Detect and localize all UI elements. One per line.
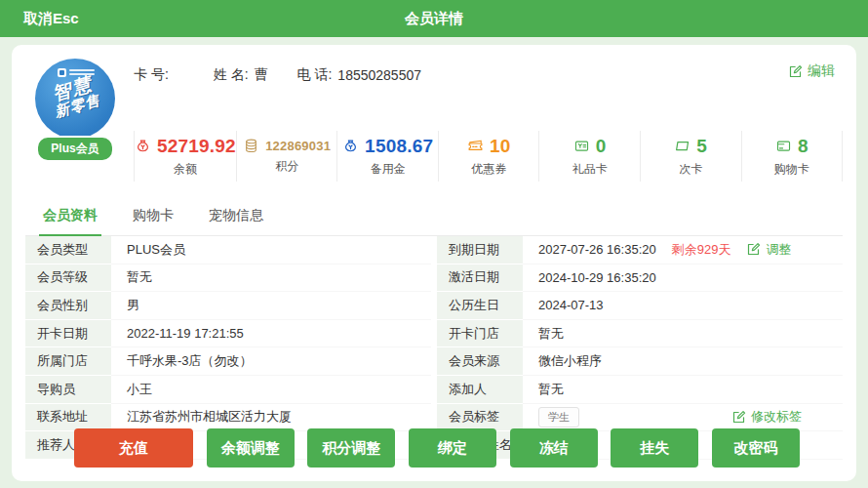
stat-label: 购物卡 (774, 161, 809, 178)
stat-value: 10 (490, 136, 511, 157)
freeze-button[interactable]: 冻结 (510, 428, 598, 468)
details-left-column: 会员类型PLUS会员会员等级暂无会员性别男开卡日期2022-11-19 17:2… (25, 236, 431, 460)
row-label: 开卡日期 (25, 320, 111, 348)
stat-label: 礼品卡 (572, 161, 608, 178)
details-right-column: 到期日期2027-07-26 16:35:20剩余929天调整激活日期2024-… (437, 236, 843, 460)
recharge-button[interactable]: 充值 (74, 428, 193, 468)
row-value: 2027-07-26 16:35:20 (538, 242, 656, 257)
row-label: 开卡门店 (437, 320, 523, 348)
row-value: 千呼水果-3店（勿改） (127, 352, 253, 370)
table-row: 公历生日2024-07-13 (437, 292, 843, 320)
bind-button[interactable]: 绑定 (409, 428, 496, 468)
adjust-expiry-button[interactable]: 调整 (746, 241, 791, 259)
stats-row: 52719.92余额122869031积分1508.67备用金10优惠券0礼品卡… (134, 131, 843, 182)
row-label: 导购员 (25, 376, 111, 404)
row-label: 激活日期 (437, 264, 523, 293)
row-label: 公历生日 (437, 292, 523, 320)
member-basic-info: 卡 号: 姓 名: 曹 电 话: 18550285507 (134, 66, 451, 84)
row-label: 会员来源 (437, 347, 523, 376)
details-table: 会员类型PLUS会员会员等级暂无会员性别男开卡日期2022-11-19 17:2… (25, 236, 843, 460)
table-row: 会员类型PLUS会员 (25, 236, 431, 264)
row-value: 暂无 (538, 325, 564, 343)
giftcard-icon (573, 138, 590, 154)
stat-balance[interactable]: 52719.92余额 (134, 131, 236, 182)
member-level-badge: Plus会员 (36, 136, 113, 162)
tab-member-info[interactable]: 会员资料 (39, 198, 101, 236)
stat-reserve[interactable]: 1508.67备用金 (336, 131, 438, 182)
stat-value: 8 (798, 136, 809, 157)
card-icon (674, 138, 690, 154)
tag-chip: 学生 (538, 407, 579, 427)
row-label: 添加人 (437, 376, 523, 404)
stat-label: 优惠券 (471, 161, 506, 178)
table-row: 激活日期2024-10-29 16:35:20 (437, 264, 843, 293)
tabs-bar: 会员资料购物卡宠物信息 (25, 198, 843, 236)
row-value: 江苏省苏州市相城区活力大厦 (127, 408, 292, 426)
edit-button[interactable]: 编辑 (788, 62, 835, 80)
table-row: 会员标签学生修改标签 (437, 404, 843, 432)
stat-timescards[interactable]: 5次卡 (640, 131, 741, 182)
phone-label: 电 话: (297, 66, 333, 84)
name-value: 曹 (255, 66, 268, 84)
row-value: 小王 (127, 381, 152, 398)
edit-icon (731, 410, 746, 425)
name-label: 姓 名: (214, 66, 249, 84)
row-value: 男 (127, 297, 139, 314)
balance-adjust-button[interactable]: 余额调整 (207, 428, 295, 468)
page-title: 会员详情 (0, 10, 868, 28)
tab-pet-info[interactable]: 宠物信息 (205, 198, 267, 235)
change-password-button[interactable]: 改密码 (712, 428, 800, 468)
table-row: 联系地址江苏省苏州市相城区活力大厦 (25, 404, 431, 432)
table-row: 添加人暂无 (437, 376, 843, 404)
row-value: 2022-11-19 17:21:55 (127, 326, 244, 341)
member-logo: 智慧 新零售 Plus会员 (33, 59, 117, 162)
report-loss-button[interactable]: 挂失 (611, 428, 698, 468)
stat-label: 余额 (174, 161, 197, 178)
row-value: 暂无 (127, 268, 152, 286)
points-adjust-button[interactable]: 积分调整 (307, 428, 395, 468)
table-row: 会员来源微信小程序 (437, 347, 843, 376)
stat-giftcards[interactable]: 0礼品卡 (538, 131, 640, 182)
stat-value: 5 (696, 136, 707, 157)
stat-value: 122869031 (265, 139, 331, 153)
member-detail-card: 智慧 新零售 Plus会员 卡 号: 姓 名: 曹 电 话: 185502855… (12, 45, 856, 481)
row-label: 所属门店 (25, 347, 111, 376)
stat-value: 1508.67 (365, 136, 433, 157)
row-value: 微信小程序 (538, 352, 602, 370)
edit-icon (788, 64, 803, 79)
action-button-bar: 充值余额调整积分调整绑定冻结挂失改密码 (25, 428, 843, 468)
row-label: 会员性别 (25, 292, 111, 320)
brand-logo-icon: 智慧 新零售 (35, 59, 115, 139)
stat-coupons[interactable]: 10优惠券 (438, 131, 539, 182)
top-bar: 取消Esc 会员详情 (0, 0, 868, 37)
stat-label: 积分 (275, 158, 298, 175)
table-row: 会员等级暂无 (25, 264, 431, 293)
row-value: PLUS会员 (127, 241, 185, 259)
remaining-days-text: 剩余929天 (672, 241, 731, 259)
stat-value: 0 (596, 136, 607, 157)
row-label: 会员类型 (25, 236, 111, 264)
table-row: 会员性别男 (25, 292, 431, 320)
stat-value: 52719.92 (157, 136, 236, 157)
table-row: 到期日期2027-07-26 16:35:20剩余929天调整 (437, 236, 843, 264)
moneybag-icon (342, 138, 359, 154)
row-label: 到期日期 (437, 236, 523, 264)
card-number-label: 卡 号: (134, 66, 169, 84)
phone-value: 18550285507 (337, 67, 421, 83)
row-value: 2024-07-13 (538, 298, 604, 312)
cancel-button[interactable]: 取消Esc (23, 10, 79, 28)
table-row: 开卡日期2022-11-19 17:21:55 (25, 320, 431, 348)
modify-tags-button[interactable]: 修改标签 (731, 408, 802, 426)
edit-icon (746, 242, 761, 257)
row-value: 2024-10-29 16:35:20 (538, 270, 656, 285)
coins-icon (243, 138, 259, 154)
tab-shopping-card[interactable]: 购物卡 (129, 198, 178, 235)
row-label: 会员标签 (437, 404, 523, 432)
row-value: 暂无 (538, 381, 564, 398)
edit-button-label: 编辑 (808, 62, 835, 80)
stat-points[interactable]: 122869031积分 (236, 131, 337, 182)
stat-shopcards[interactable]: 8购物卡 (741, 131, 843, 182)
stat-label: 备用金 (371, 161, 406, 178)
row-label: 会员等级 (25, 264, 111, 293)
shopcard-icon (775, 138, 792, 154)
